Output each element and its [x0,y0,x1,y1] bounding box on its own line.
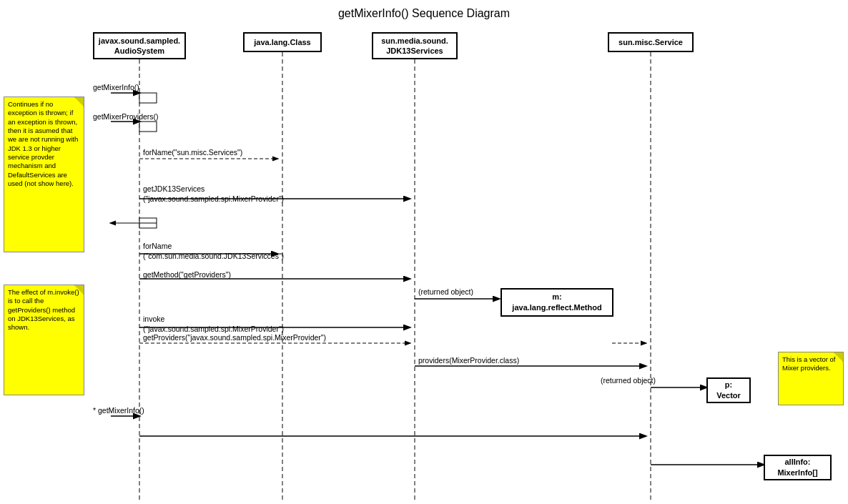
actor-javalangclass: java.lang.Class [243,32,322,52]
msg-forname-com: forName ("com.sun.media.sound.JDK13Servi… [143,242,284,261]
msg-getmixerinfo-star: * getMixerInfo() [93,406,144,415]
msg-invoke: invoke ("javax.sound.sampled.spi.MixerPr… [143,315,284,334]
msg-getproviders: getProviders("javax.sound.sampled.spi.Mi… [143,333,326,342]
object-m-method: m:java.lang.reflect.Method [501,288,613,317]
note-1: Continues if no exception is thrown; if … [4,97,84,252]
msg-getmethod: getMethod("getProviders") [143,270,231,279]
msg-getmixerinfo: getMixerInfo() [93,83,139,92]
msg-returned-object-1: (returned object) [418,287,473,296]
actor-audiosystem: javax.sound.sampled. AudioSystem [93,32,186,59]
msg-getjdk13services: getJDK13Services ("javax.sound.sampled.s… [143,184,284,204]
svg-rect-4 [139,93,157,103]
actor-sunmiscservice: sun.misc.Service [608,32,694,52]
msg-forname-sun: forName("sun.misc.Services") [143,148,242,157]
note-2: The effect of m.invoke() is to call the … [4,285,84,395]
note-3: This is a vector of Mixer providers. [778,352,844,405]
svg-rect-6 [139,122,157,132]
msg-getmixerproviders: getMixerProviders() [93,112,159,121]
actor-jdk13services: sun.media.sound. JDK13Services [372,32,458,59]
diagram-svg [0,0,848,504]
object-allinfo: allInfo:MixerInfo[] [764,455,832,480]
msg-returned-object-2: (returned object) [601,376,656,385]
diagram-container: getMixerInfo() Sequence Diagram [0,0,848,504]
object-p-vector: p:Vector [706,377,751,403]
msg-providers: providers(MixerProvider.class) [418,356,519,365]
